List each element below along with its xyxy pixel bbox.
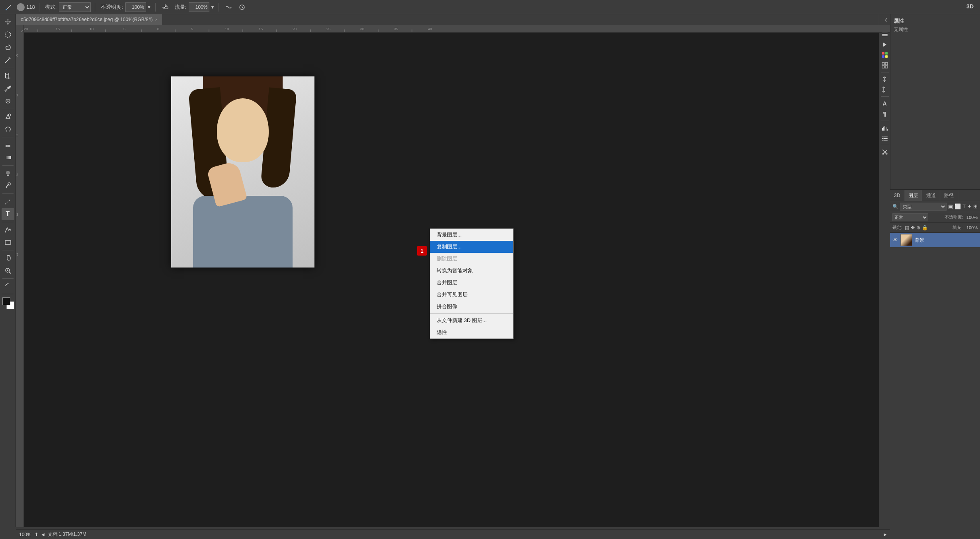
opacity-arrow[interactable]: ▼	[147, 5, 151, 10]
crop-tool[interactable]	[2, 70, 14, 82]
lock-artboards-icon[interactable]: ⊕	[916, 225, 920, 230]
eyedropper-tool[interactable]	[2, 82, 14, 94]
menu-item-merge-layers[interactable]: 合并图层	[430, 277, 513, 289]
layers-panel: 3D 图层 通道 路径 🔍 类型 名称 效果 ▣ ⬜ T	[890, 189, 980, 539]
layer-item-background[interactable]: 👁 背景	[890, 233, 980, 247]
ruler-vertical: 5 0 1 2 2 3 3	[16, 25, 24, 527]
svg-text:30: 30	[360, 27, 364, 31]
menu-item-new-3d-layer[interactable]: 从文件新建 3D 图层...	[430, 314, 513, 326]
histogram-strip-icon[interactable]	[880, 123, 890, 132]
collapse-icon[interactable]: 《	[880, 16, 890, 25]
svg-line-4	[242, 7, 244, 8]
status-nav-next[interactable]: ▶	[884, 532, 887, 537]
smooth-icon[interactable]	[223, 2, 234, 13]
svg-text:10: 10	[90, 27, 94, 31]
svg-rect-45	[882, 62, 884, 65]
toolbar-sep-1	[39, 3, 39, 12]
shape-tool[interactable]	[2, 236, 14, 248]
toolbar-sep-2	[95, 3, 95, 12]
clone-stamp-tool[interactable]	[2, 111, 14, 123]
tab-channels[interactable]: 通道	[922, 190, 940, 201]
menu-item-background-layer[interactable]: 背景图层...	[430, 229, 513, 241]
lock-pixels-icon[interactable]: ▧	[905, 225, 909, 230]
timeline-strip-icon[interactable]	[880, 134, 890, 143]
lasso-tool[interactable]	[2, 41, 14, 53]
swatches-strip-icon[interactable]	[880, 51, 890, 59]
layers-filter-text-icon[interactable]: T	[962, 203, 966, 209]
lock-icons: ▧ ✥ ⊕ 🔒	[905, 225, 928, 230]
svg-rect-80	[6, 145, 10, 147]
svg-rect-38	[882, 34, 888, 35]
healing-brush-tool[interactable]	[2, 95, 14, 107]
pen-tool[interactable]	[2, 195, 14, 207]
tab-3d[interactable]: 3D	[890, 190, 904, 201]
gradient-tool[interactable]	[2, 152, 14, 164]
grid-strip-icon[interactable]	[880, 61, 890, 70]
angle-icon[interactable]	[236, 2, 248, 13]
menu-item-convert-smart[interactable]: 转换为智能对象	[430, 265, 513, 277]
magic-wand-tool[interactable]	[2, 54, 14, 66]
layers-filter-smart-icon[interactable]: ⊞	[973, 203, 978, 209]
flow-control[interactable]: ▼	[189, 2, 215, 12]
tool-sep-7	[2, 250, 14, 250]
play-strip-icon[interactable]	[880, 40, 890, 49]
svg-point-0	[6, 9, 7, 10]
hand-tool[interactable]	[2, 252, 14, 264]
marquee-tool[interactable]	[2, 29, 14, 41]
opacity-control[interactable]: ▼	[125, 2, 151, 12]
scissors-strip-icon[interactable]	[880, 148, 890, 156]
distribute-strip-icon[interactable]	[880, 75, 890, 84]
menu-item-hide[interactable]: 隐性	[430, 326, 513, 338]
color-swatches[interactable]	[2, 297, 14, 310]
menu-item-merge-visible[interactable]: 合并可见图层	[430, 289, 513, 301]
layers-type-select[interactable]: 类型 名称 效果	[900, 203, 947, 211]
svg-rect-39	[882, 35, 888, 36]
eye-icon[interactable]: 👁	[892, 237, 898, 243]
lock-all-icon[interactable]: 🔒	[922, 225, 928, 230]
history-brush-tool[interactable]	[2, 123, 14, 135]
blur-tool[interactable]	[2, 167, 14, 179]
3d-label: 3D	[966, 3, 974, 10]
svg-rect-1	[165, 7, 168, 9]
svg-rect-52	[883, 127, 884, 131]
tab-close-button[interactable]: ×	[155, 17, 158, 22]
lock-position-icon[interactable]: ✥	[911, 225, 915, 230]
menu-item-flatten-image[interactable]: 拼合图像	[430, 301, 513, 312]
paragraph-strip-icon[interactable]: ¶	[880, 109, 890, 118]
brush-size-display[interactable]: 118	[17, 3, 35, 11]
svg-rect-86	[5, 240, 11, 244]
layers-blending-mode[interactable]: 正常 溶解	[892, 213, 928, 221]
opacity-input[interactable]	[125, 2, 146, 12]
layers-filter-adj-icon[interactable]: ⬜	[955, 203, 961, 209]
brush-tool-icon[interactable]	[3, 2, 14, 13]
align-strip-icon[interactable]	[880, 85, 890, 94]
foreground-color[interactable]	[2, 297, 10, 305]
layers-filter-shape-icon[interactable]: ✦	[967, 203, 972, 209]
menu-item-duplicate-layer[interactable]: 复制图层...	[430, 241, 513, 253]
svg-rect-51	[882, 128, 883, 131]
zoom-tool[interactable]	[2, 265, 14, 277]
flow-input[interactable]	[189, 2, 209, 12]
tab-paths[interactable]: 路径	[940, 190, 958, 201]
text-tool[interactable]: T	[2, 208, 14, 220]
mode-dropdown[interactable]: 正常 溶解 变暗	[59, 2, 91, 12]
status-bar: 100% ⬆ ◀ 文档:1.37M/1.37M ▶	[16, 529, 890, 539]
rotate-view-tool[interactable]	[2, 280, 14, 292]
document-tab[interactable]: o5d7096c8d09ff7bfdfea7b26eeb2d6ce.jpeg @…	[16, 14, 163, 25]
move-tool[interactable]	[2, 16, 14, 28]
eraser-tool[interactable]	[2, 139, 14, 151]
tab-layers[interactable]: 图层	[904, 190, 922, 201]
strip-sep-3	[881, 96, 889, 97]
airbrush-icon[interactable]	[160, 2, 171, 13]
layers-filter-pixel-icon[interactable]: ▣	[948, 203, 953, 209]
dodge-tool[interactable]	[2, 180, 14, 192]
opacity-label: 不透明度:	[945, 214, 963, 220]
svg-text:15: 15	[56, 27, 60, 31]
zoom-level: 100%	[19, 532, 31, 537]
text-strip-icon[interactable]: A	[880, 99, 890, 108]
strip-sep-2	[881, 72, 889, 72]
path-selection-tool[interactable]	[2, 224, 14, 236]
status-nav-prev[interactable]: ◀	[41, 532, 45, 537]
flow-arrow[interactable]: ▼	[210, 5, 215, 10]
doc-export-icon[interactable]: ⬆	[35, 532, 38, 537]
